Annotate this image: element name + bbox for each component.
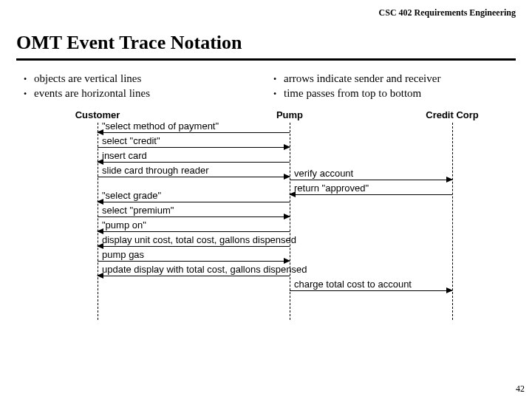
arrow-left-icon bbox=[97, 243, 103, 249]
bullet-item: • arrows indicate sender and receiver bbox=[266, 72, 516, 86]
msg-return-approved: return "approved" bbox=[290, 183, 452, 197]
bullet-text: objects are vertical lines bbox=[34, 72, 141, 85]
msg-select-grade: "select grade" bbox=[98, 191, 290, 204]
object-pump-label: Pump bbox=[276, 109, 303, 120]
bullet-dot-icon: • bbox=[16, 87, 34, 100]
arrow-left-icon bbox=[97, 228, 103, 234]
arrow-left-icon bbox=[97, 273, 103, 279]
bullets-right-col: • arrows indicate sender and receiver • … bbox=[266, 72, 516, 102]
bullet-text: events are horizontal lines bbox=[34, 87, 150, 100]
title-rule bbox=[16, 58, 516, 61]
msg-update-display: update display with total cost, gallons … bbox=[98, 265, 290, 278]
bullet-text: arrows indicate sender and receiver bbox=[284, 72, 440, 85]
arrow-right-icon bbox=[446, 287, 453, 293]
course-header: CSC 402 Requirements Engineering bbox=[0, 0, 532, 18]
msg-pump-gas: pump gas bbox=[98, 250, 290, 263]
arrow-left-icon bbox=[97, 199, 103, 205]
bullet-dot-icon: • bbox=[266, 87, 284, 100]
arrow-left-icon bbox=[97, 159, 103, 165]
msg-select-premium: select "premium" bbox=[98, 205, 290, 219]
bullet-item: • time passes from top to bottom bbox=[266, 87, 516, 100]
bullet-item: • events are horizontal lines bbox=[16, 87, 266, 100]
page-title: OMT Event Trace Notation bbox=[0, 18, 532, 58]
bullet-item: • objects are vertical lines bbox=[16, 72, 266, 86]
arrow-right-icon bbox=[446, 177, 453, 183]
arrow-right-icon bbox=[284, 258, 290, 264]
bullet-text: time passes from top to bottom bbox=[284, 87, 421, 100]
msg-display-cost: display unit cost, total cost, gallons d… bbox=[98, 235, 290, 248]
event-trace-diagram: Customer Pump Credit Corp "select method… bbox=[16, 109, 516, 320]
arrow-right-icon bbox=[284, 144, 290, 150]
arrow-right-icon bbox=[284, 214, 290, 219]
msg-slide-card: slide card through reader bbox=[98, 166, 290, 179]
bullet-dot-icon: • bbox=[266, 72, 284, 86]
msg-charge-account: charge total cost to account bbox=[290, 279, 452, 293]
msg-select-method: "select method of payment" bbox=[98, 121, 290, 134]
msg-pump-on: "pump on" bbox=[98, 220, 290, 233]
arrow-left-icon bbox=[97, 129, 103, 135]
arrow-left-icon bbox=[289, 191, 296, 197]
msg-select-credit: select "credit" bbox=[98, 136, 290, 149]
bullets-left-col: • objects are vertical lines • events ar… bbox=[16, 72, 266, 102]
object-credit-label: Credit Corp bbox=[426, 109, 479, 120]
msg-insert-card: insert card bbox=[98, 151, 290, 164]
bullets-row: • objects are vertical lines • events ar… bbox=[0, 72, 532, 109]
msg-verify-account: verify account bbox=[290, 168, 452, 182]
bullet-dot-icon: • bbox=[16, 72, 34, 86]
page-number: 42 bbox=[516, 383, 525, 395]
object-customer-label: Customer bbox=[75, 109, 120, 120]
